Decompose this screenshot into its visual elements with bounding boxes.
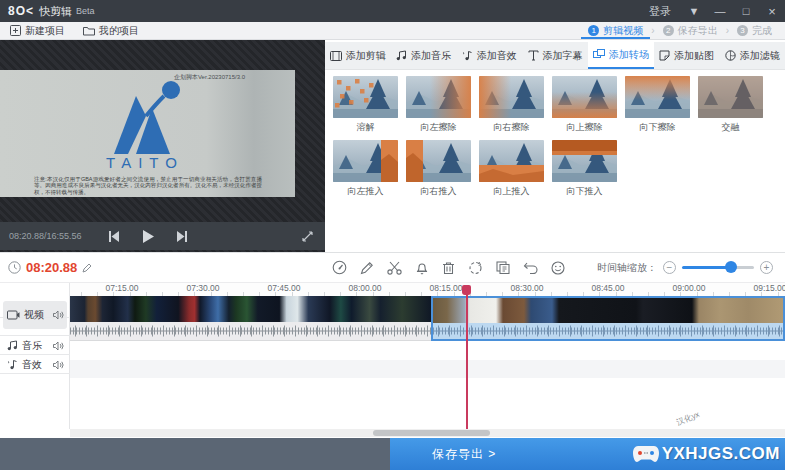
minimize-button[interactable]: — bbox=[707, 0, 733, 22]
zoom-out-button[interactable]: − bbox=[663, 261, 676, 274]
transition-label: 向左擦除 bbox=[406, 121, 471, 134]
workflow-step-2[interactable]: 2保存导出 bbox=[660, 22, 721, 39]
fullscreen-icon[interactable] bbox=[302, 231, 313, 242]
transition-push-left[interactable]: 向左推入 bbox=[333, 140, 398, 198]
track-label-音乐[interactable]: 音乐 bbox=[0, 336, 70, 355]
track-name: 音乐 bbox=[22, 339, 42, 353]
step-number-badge: 2 bbox=[663, 25, 674, 36]
step-label: 完成 bbox=[752, 24, 772, 38]
current-time-display: 08:20.88 bbox=[26, 260, 77, 275]
step-number-badge: 1 bbox=[588, 25, 599, 36]
login-button[interactable]: 登录 bbox=[639, 4, 681, 19]
tab-添加转场[interactable]: 添加转场 bbox=[588, 42, 654, 69]
watermark: YXHJGS.COM bbox=[633, 438, 780, 470]
new-project-label: 新建项目 bbox=[25, 24, 65, 38]
music-icon bbox=[396, 50, 407, 61]
video-logo: TAITO bbox=[70, 80, 220, 171]
zoom-in-button[interactable]: + bbox=[760, 261, 773, 274]
transition-wipe-down[interactable]: 向下擦除 bbox=[625, 76, 690, 134]
deselect-icon[interactable] bbox=[468, 260, 483, 275]
tab-添加字幕[interactable]: 添加字幕 bbox=[522, 42, 588, 69]
cut-icon[interactable] bbox=[387, 261, 402, 275]
transition-wipe-right[interactable]: 向右擦除 bbox=[479, 76, 544, 134]
transition-dissolve[interactable]: 溶解 bbox=[333, 76, 398, 134]
play-button[interactable] bbox=[142, 230, 154, 243]
plus-box-icon bbox=[10, 25, 21, 36]
clip-2-thumbnails bbox=[433, 298, 783, 323]
delete-icon[interactable] bbox=[442, 261, 455, 275]
video-clip-1[interactable] bbox=[70, 296, 431, 341]
speed-icon[interactable] bbox=[332, 260, 347, 275]
transition-push-right[interactable]: 向右推入 bbox=[406, 140, 471, 198]
sfx-track-lane[interactable] bbox=[70, 360, 785, 378]
my-projects-button[interactable]: 我的项目 bbox=[83, 22, 139, 39]
transition-label: 向右擦除 bbox=[479, 121, 544, 134]
bell-icon[interactable] bbox=[415, 261, 429, 275]
tab-添加贴图[interactable]: 添加贴图 bbox=[654, 42, 720, 69]
film-icon bbox=[330, 51, 342, 61]
track-divider bbox=[0, 373, 70, 374]
bottom-bar: 保存导出 > YXHJGS.COM bbox=[0, 438, 785, 470]
beta-badge: Beta bbox=[76, 6, 95, 16]
previous-frame-button[interactable] bbox=[108, 231, 120, 242]
transition-wipe-left[interactable]: 向左擦除 bbox=[406, 76, 471, 134]
close-button[interactable]: × bbox=[759, 0, 785, 22]
preview-controls-bar: 08:20.88/16:55.56 bbox=[0, 222, 325, 250]
tab-添加滤镜[interactable]: 添加滤镜 bbox=[719, 42, 785, 69]
playhead-line[interactable] bbox=[466, 285, 468, 429]
track-name: 视频 bbox=[24, 308, 44, 322]
timeline-ruler[interactable]: 07:15.0007:30.0007:45.0008:00.0008:15.00… bbox=[70, 283, 785, 296]
transition-label: 向左推入 bbox=[333, 185, 398, 198]
timeline-zoom-label: 时间轴缩放： bbox=[597, 261, 657, 275]
tab-label: 添加贴图 bbox=[674, 49, 714, 63]
emoji-icon[interactable] bbox=[551, 261, 565, 275]
zoom-slider-knob[interactable] bbox=[725, 261, 737, 273]
app-logo-icon: 8O< bbox=[8, 4, 34, 18]
speaker-icon[interactable] bbox=[53, 341, 64, 351]
timeline-scrollbar[interactable] bbox=[70, 429, 785, 437]
sticker-icon bbox=[659, 50, 670, 61]
tab-label: 添加剪辑 bbox=[346, 49, 386, 63]
workflow-steps: 1剪辑视频›2保存导出›3完成 bbox=[585, 22, 775, 39]
step-label: 剪辑视频 bbox=[603, 24, 643, 38]
next-frame-button[interactable] bbox=[176, 231, 188, 242]
track-label-音效[interactable]: 音效 bbox=[0, 355, 70, 374]
transition-wipe-up[interactable]: 向上擦除 bbox=[552, 76, 617, 134]
ruler-tick-label: 08:45.00 bbox=[583, 283, 633, 293]
new-project-button[interactable]: 新建项目 bbox=[10, 22, 65, 39]
speaker-icon[interactable] bbox=[53, 360, 64, 370]
tab-添加音乐[interactable]: 添加音乐 bbox=[391, 42, 457, 69]
track-divider bbox=[0, 335, 70, 336]
transition-blend[interactable]: 交融 bbox=[698, 76, 763, 134]
track-label-视频[interactable]: 视频 bbox=[0, 300, 70, 330]
app-window: 8O< 快剪辑 Beta 登录 ▼ — □ × 新建项目 我的项目 1剪辑视频›… bbox=[0, 0, 785, 470]
tab-添加音效[interactable]: 添加音效 bbox=[456, 42, 522, 69]
speaker-icon[interactable] bbox=[53, 310, 64, 320]
ruler-tick-label: 09:00.00 bbox=[664, 283, 714, 293]
timeline-scrollbar-thumb[interactable] bbox=[373, 430, 490, 436]
tab-添加剪辑[interactable]: 添加剪辑 bbox=[325, 42, 391, 69]
music-track-lane[interactable] bbox=[70, 343, 785, 360]
edit-icon[interactable] bbox=[360, 261, 374, 275]
transition-push-down[interactable]: 向下推入 bbox=[552, 140, 617, 198]
menu-dropdown-icon[interactable]: ▼ bbox=[681, 0, 707, 22]
undo-icon[interactable] bbox=[523, 261, 538, 274]
timeline-zoom-control: 时间轴缩放： − + bbox=[597, 253, 773, 282]
track-divider bbox=[0, 354, 70, 355]
app-title: 快剪辑 bbox=[39, 4, 72, 19]
subtitle-icon bbox=[528, 50, 539, 61]
step-label: 保存导出 bbox=[678, 24, 718, 38]
video-clip-2-selected[interactable] bbox=[431, 296, 785, 341]
maximize-button[interactable]: □ bbox=[733, 0, 759, 22]
workflow-step-3[interactable]: 3完成 bbox=[734, 22, 775, 39]
ruler-tick-label: 07:15.00 bbox=[97, 283, 147, 293]
project-toolbar: 新建项目 我的项目 1剪辑视频›2保存导出›3完成 bbox=[0, 22, 785, 40]
step-number-badge: 3 bbox=[737, 25, 748, 36]
playhead-handle[interactable] bbox=[462, 285, 471, 295]
workflow-step-1[interactable]: 1剪辑视频 bbox=[585, 22, 646, 39]
edit-time-icon[interactable] bbox=[82, 263, 92, 273]
transition-push-up[interactable]: 向上推入 bbox=[479, 140, 544, 198]
preview-timecode: 08:20.88/16:55.56 bbox=[9, 231, 82, 241]
copy-icon[interactable] bbox=[496, 261, 510, 274]
zoom-slider[interactable] bbox=[682, 266, 754, 269]
